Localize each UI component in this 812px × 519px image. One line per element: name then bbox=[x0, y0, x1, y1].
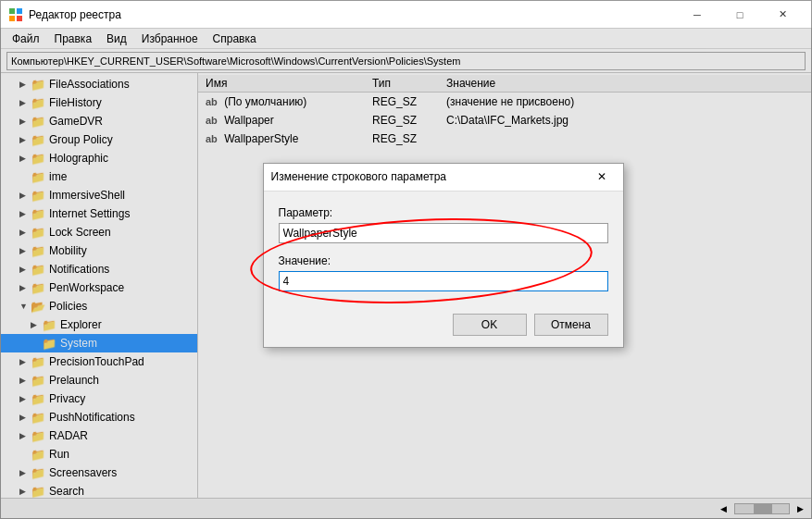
param-input[interactable] bbox=[279, 223, 608, 243]
dialog-overlay: Изменение строкового параметра ✕ Парамет… bbox=[0, 28, 812, 519]
dialog-body: Параметр: Значение: OK Отмена bbox=[264, 192, 623, 347]
window-title: Редактор реестра bbox=[29, 8, 676, 21]
svg-rect-3 bbox=[17, 16, 22, 21]
value-input[interactable] bbox=[279, 271, 608, 291]
minimize-button[interactable]: ─ bbox=[676, 1, 718, 29]
maximize-button[interactable]: □ bbox=[718, 1, 761, 29]
dialog-title: Изменение строкового параметра bbox=[271, 170, 588, 183]
svg-rect-1 bbox=[17, 8, 22, 14]
dialog-title-bar: Изменение строкового параметра ✕ bbox=[264, 164, 623, 192]
title-bar: Редактор реестра ─ □ ✕ bbox=[1, 1, 811, 29]
svg-rect-0 bbox=[9, 8, 15, 14]
svg-rect-2 bbox=[9, 16, 15, 21]
dialog-buttons: OK Отмена bbox=[279, 314, 608, 336]
ok-button[interactable]: OK bbox=[453, 314, 527, 336]
close-button[interactable]: ✕ bbox=[761, 1, 804, 29]
value-label: Значение: bbox=[279, 254, 608, 267]
dialog-close-button[interactable]: ✕ bbox=[588, 165, 616, 189]
edit-string-dialog: Изменение строкового параметра ✕ Парамет… bbox=[263, 163, 624, 348]
param-label: Параметр: bbox=[279, 206, 608, 219]
window-controls: ─ □ ✕ bbox=[676, 1, 804, 29]
cancel-button[interactable]: Отмена bbox=[534, 314, 608, 336]
app-icon bbox=[8, 7, 23, 22]
